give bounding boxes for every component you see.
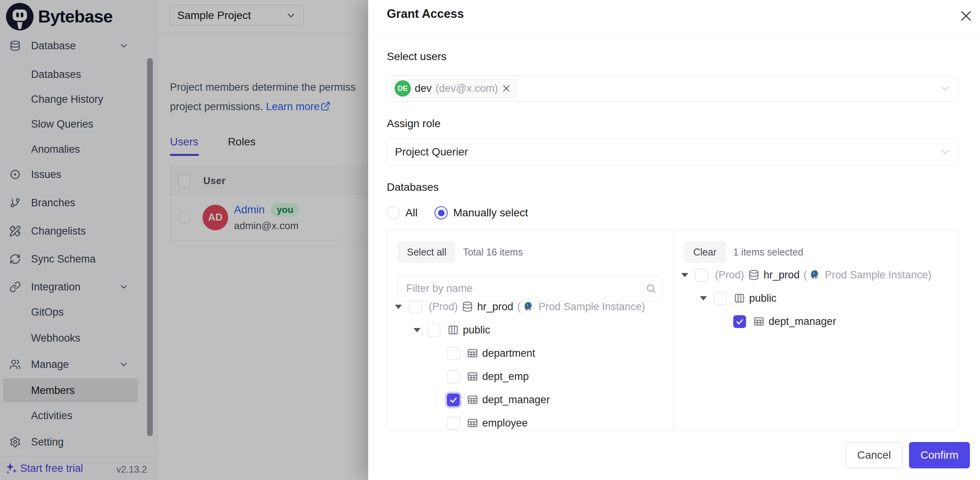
table-icon (467, 394, 478, 406)
database-icon (462, 301, 473, 313)
selected-count-label: 1 items selected (733, 247, 803, 258)
postgresql-icon (809, 269, 821, 281)
tree-row-table[interactable]: department (387, 342, 673, 365)
caret-icon[interactable] (681, 273, 688, 277)
selected-user-email: (dev@x.com) (436, 83, 498, 95)
search-icon (646, 283, 656, 294)
source-tree: (Prod) hr_prod ( Prod Sample Instance) p… (387, 295, 673, 430)
tree-row-database[interactable]: (Prod) hr_prod ( Prod Sample Instance) (674, 263, 959, 287)
radio-manually-select[interactable] (435, 206, 448, 219)
select-all-button[interactable]: Select all (398, 242, 455, 262)
source-pane: Select all Total 16 items (Prod) hr_prod… (387, 230, 673, 430)
selected-tree: (Prod) hr_prod ( Prod Sample Instance) p… (674, 263, 959, 333)
checkbox[interactable] (447, 370, 460, 383)
postgresql-icon (523, 301, 535, 313)
caret-icon[interactable] (414, 328, 421, 332)
tree-row-table[interactable]: employee (387, 411, 673, 430)
database-icon (748, 269, 760, 281)
caret-icon[interactable] (700, 296, 707, 300)
table-icon (467, 417, 478, 429)
table-icon (467, 371, 478, 382)
table-icon (753, 316, 765, 327)
cancel-button[interactable]: Cancel (846, 442, 902, 468)
close-icon[interactable] (959, 9, 973, 23)
modal-title: Grant Access (387, 7, 464, 21)
checkbox[interactable] (447, 417, 460, 430)
tree-row-table[interactable]: dept_manager (674, 310, 959, 333)
databases-label: Databases (387, 181, 439, 193)
checkbox-checked[interactable] (447, 394, 460, 406)
avatar: DE (395, 80, 411, 97)
radio-manual-label[interactable]: Manually select (453, 207, 528, 219)
database-transfer-panel: Select all Total 16 items (Prod) hr_prod… (387, 230, 959, 430)
checkbox[interactable] (695, 269, 708, 281)
database-scope-radios: All Manually select (387, 206, 528, 219)
selected-user-tag: DE dev (dev@x.com) (393, 79, 517, 98)
chevron-down-icon (939, 146, 951, 158)
tree-row-table[interactable]: dept_emp (387, 365, 673, 388)
grant-access-modal: Grant Access Select users DE dev (dev@x.… (368, 0, 980, 480)
checkbox[interactable] (428, 324, 440, 337)
tree-row-schema[interactable]: public (674, 287, 959, 310)
app-root: Bytebase Database Databases Change Histo… (0, 0, 980, 480)
role-select-value: Project Querier (395, 146, 468, 158)
total-items-label: Total 16 items (463, 247, 523, 258)
modal-footer: Cancel Confirm (368, 430, 980, 480)
caret-icon[interactable] (395, 305, 402, 309)
users-multiselect[interactable]: DE dev (dev@x.com) (387, 75, 959, 102)
checkbox[interactable] (409, 300, 422, 313)
role-select[interactable]: Project Querier (387, 139, 959, 165)
select-users-label: Select users (387, 50, 447, 63)
tree-row-database[interactable]: (Prod) hr_prod ( Prod Sample Instance) (387, 295, 673, 318)
confirm-button[interactable]: Confirm (909, 442, 970, 468)
selected-user-name: dev (415, 83, 432, 95)
clear-button[interactable]: Clear (684, 242, 725, 262)
checkbox-checked[interactable] (733, 315, 746, 328)
remove-user-icon[interactable] (502, 84, 511, 93)
schema-icon (447, 324, 459, 336)
radio-all[interactable] (387, 206, 400, 219)
selected-pane: Clear 1 items selected (Prod) hr_prod ( … (673, 230, 959, 430)
header-divider (368, 36, 980, 36)
radio-all-label[interactable]: All (405, 207, 417, 219)
tree-row-table[interactable]: dept_manager (387, 388, 673, 411)
checkbox[interactable] (447, 347, 460, 360)
chevron-down-icon (939, 82, 951, 95)
table-icon (467, 347, 478, 359)
schema-icon (734, 292, 745, 304)
checkbox[interactable] (714, 292, 727, 305)
assign-role-label: Assign role (387, 117, 441, 130)
tree-row-schema[interactable]: public (387, 318, 673, 342)
